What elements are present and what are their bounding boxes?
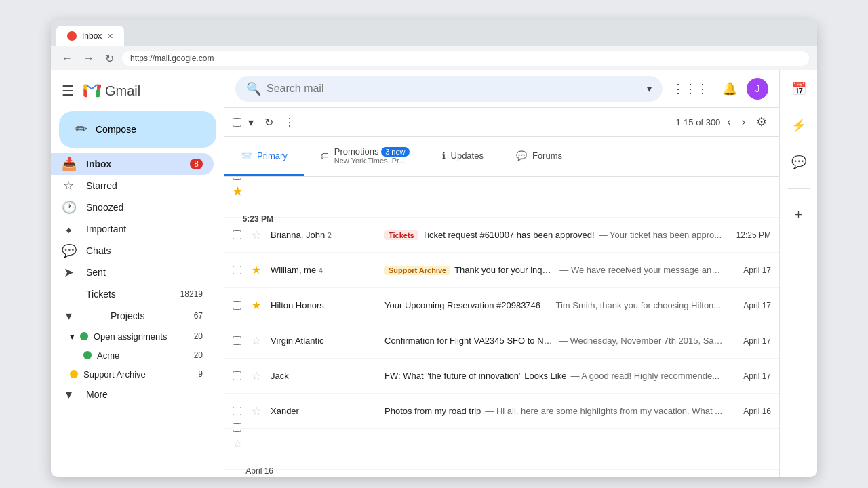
- email-checkbox-area: [233, 266, 246, 274]
- email-time: April 17: [730, 371, 771, 381]
- sidebar-item-projects[interactable]: ▾ Projects 67: [51, 305, 214, 327]
- email-sender: Hilton Honors: [271, 300, 379, 310]
- email-row[interactable]: ☆ Jack FW: What "the future of innovatio…: [224, 359, 779, 394]
- sidebar-item-inbox[interactable]: 📥 Inbox 8: [51, 153, 214, 175]
- search-input[interactable]: [267, 83, 642, 95]
- email-time: April 16: [730, 407, 771, 416]
- apps-icon[interactable]: ⋮⋮⋮: [668, 77, 713, 100]
- email-row[interactable]: ☆ Peter, Shalini 2 Business trip — Hi, I…: [224, 470, 779, 477]
- email-star[interactable]: ★: [252, 299, 265, 312]
- hamburger-menu-icon[interactable]: ☰: [62, 83, 74, 99]
- sidebar-item-sent[interactable]: ➤ Sent: [51, 262, 214, 283]
- email-preview: — A good read! Highly recommende...: [570, 371, 719, 381]
- email-row[interactable]: ☆ Richard, Matthew, me 3 Product Strateg…: [224, 429, 779, 470]
- email-checkbox[interactable]: [233, 336, 241, 345]
- email-sender: Brianna, John 2: [271, 230, 379, 240]
- email-subject: Photos from my road trip: [384, 406, 481, 416]
- add-plugin-icon[interactable]: +: [789, 203, 808, 228]
- sidebar-item-support-archive[interactable]: Support Archive 9: [51, 365, 214, 384]
- calendar-icon[interactable]: 📅: [786, 76, 812, 102]
- search-dropdown-icon[interactable]: ▾: [647, 83, 652, 94]
- email-checkbox[interactable]: [233, 301, 241, 310]
- refresh-btn[interactable]: ↻: [102, 49, 117, 68]
- primary-tab-icon: 📨: [241, 150, 252, 161]
- email-star[interactable]: ☆: [252, 369, 265, 382]
- sidebar-item-chats-label: Chats: [86, 245, 203, 256]
- email-star[interactable]: ★: [252, 264, 265, 277]
- tab-close-btn[interactable]: ✕: [107, 32, 113, 41]
- email-checkbox[interactable]: [233, 371, 241, 380]
- tab-promotions[interactable]: 🏷 Promotions 3 new New York Times, Pr...: [304, 137, 426, 176]
- search-bar[interactable]: 🔍 ▾: [235, 76, 663, 102]
- tab-updates[interactable]: ℹ Updates: [426, 137, 500, 176]
- url-bar[interactable]: [122, 51, 809, 66]
- sidebar-item-support-archive-label: Support Archive: [83, 369, 193, 380]
- inbox-badge: 8: [190, 159, 203, 169]
- snoozed-icon: 🕐: [62, 200, 75, 215]
- email-content: Support Archive Thank you for your inqui…: [384, 265, 725, 275]
- sidebar: ☰ Gmail ✏ Compose 📥: [51, 70, 224, 477]
- email-row[interactable]: ☆ Virgin Atlantic Confirmation for Fligh…: [224, 323, 779, 359]
- email-row[interactable]: ★ William, me 4 Support Archive Thank yo…: [224, 253, 779, 288]
- email-row[interactable]: ★ Julia Wen INK-42 Sales Cont... - Could…: [224, 177, 779, 218]
- email-row[interactable]: ☆ Brianna, John 2 Tickets Ticket request…: [224, 218, 779, 253]
- back-btn[interactable]: ←: [59, 49, 75, 67]
- sent-icon: ➤: [62, 265, 75, 280]
- forums-tab-icon: 💬: [516, 150, 527, 161]
- email-sender: Xander: [271, 406, 379, 416]
- email-star[interactable]: ☆: [252, 228, 265, 241]
- browser-tab[interactable]: Inbox ✕: [56, 26, 124, 46]
- email-checkbox[interactable]: [233, 407, 241, 415]
- page-numbers: 1-15 of 300: [676, 117, 721, 127]
- next-page-btn[interactable]: ›: [738, 112, 749, 132]
- email-preview: — Tim Smith, thank you for choosing Hilt…: [545, 300, 721, 310]
- acme-dot-icon: [83, 351, 92, 359]
- prev-page-btn[interactable]: ‹: [723, 112, 734, 132]
- email-checkbox[interactable]: [233, 266, 241, 274]
- sidebar-item-open-assignments[interactable]: ▾ Open assignments 20: [51, 327, 214, 346]
- email-content: Confirmation for Flight VA2345 SFO to NY…: [384, 336, 725, 346]
- email-star[interactable]: ☆: [233, 437, 246, 450]
- sidebar-item-tickets[interactable]: Tickets 18219: [51, 283, 214, 305]
- select-dropdown-btn[interactable]: ▾: [244, 112, 258, 133]
- notifications-icon[interactable]: 🔔: [718, 77, 741, 100]
- forward-btn[interactable]: →: [81, 49, 97, 67]
- tab-primary[interactable]: 📨 Primary: [224, 137, 304, 176]
- sidebar-item-more[interactable]: ▾ More: [51, 384, 214, 405]
- email-sender: Virgin Atlantic: [271, 336, 379, 346]
- email-checkbox[interactable]: [233, 177, 241, 180]
- email-checkbox[interactable]: [233, 230, 241, 239]
- tab-forums[interactable]: 💬 Forums: [500, 137, 578, 176]
- refresh-emails-btn[interactable]: ↻: [260, 112, 277, 133]
- email-star[interactable]: ☆: [252, 405, 265, 418]
- promotions-subtitle: New York Times, Pr...: [334, 157, 410, 165]
- email-row[interactable]: ☆ Xander Photos from my road trip — Hi a…: [224, 394, 779, 429]
- sidebar-item-chats[interactable]: 💬 Chats: [51, 240, 214, 262]
- email-checkbox[interactable]: [233, 423, 241, 432]
- tickets-badge: 18219: [180, 289, 203, 299]
- compose-plus-icon: ✏: [75, 121, 87, 138]
- email-star[interactable]: ★: [233, 185, 246, 198]
- chat-icon[interactable]: 💬: [786, 149, 812, 175]
- email-row[interactable]: ★ Hilton Honors Your Upcoming Reservatio…: [224, 288, 779, 323]
- sidebar-item-snoozed[interactable]: 🕐 Snoozed: [51, 197, 214, 218]
- tasks-icon[interactable]: ⚡: [786, 113, 812, 138]
- email-content: Tickets Ticket request #610007 has been …: [384, 230, 725, 240]
- inbox-tabs: 📨 Primary 🏷 Promotions 3 new New York Ti…: [224, 137, 779, 177]
- sidebar-item-important[interactable]: ⬥ Important: [51, 218, 214, 240]
- email-sender: Jack: [271, 371, 379, 381]
- sidebar-item-tickets-label: Tickets: [86, 289, 170, 300]
- settings-btn[interactable]: ⚙: [752, 110, 771, 134]
- email-subject: Your Upcoming Reservation #20983746: [384, 300, 540, 310]
- user-avatar[interactable]: J: [747, 78, 768, 100]
- tab-bar: Inbox ✕: [51, 20, 817, 46]
- sidebar-item-acme[interactable]: Acme 20: [51, 346, 214, 365]
- sidebar-item-important-label: Important: [86, 224, 203, 235]
- tab-title: Inbox: [82, 31, 102, 41]
- email-star[interactable]: ☆: [252, 334, 265, 347]
- browser-navbar: ← → ↻: [51, 46, 817, 70]
- more-actions-btn[interactable]: ⋮: [280, 112, 299, 133]
- select-all-checkbox[interactable]: [233, 118, 241, 127]
- sidebar-item-starred[interactable]: ☆ Starred: [51, 175, 214, 197]
- compose-button[interactable]: ✏ Compose: [59, 111, 216, 148]
